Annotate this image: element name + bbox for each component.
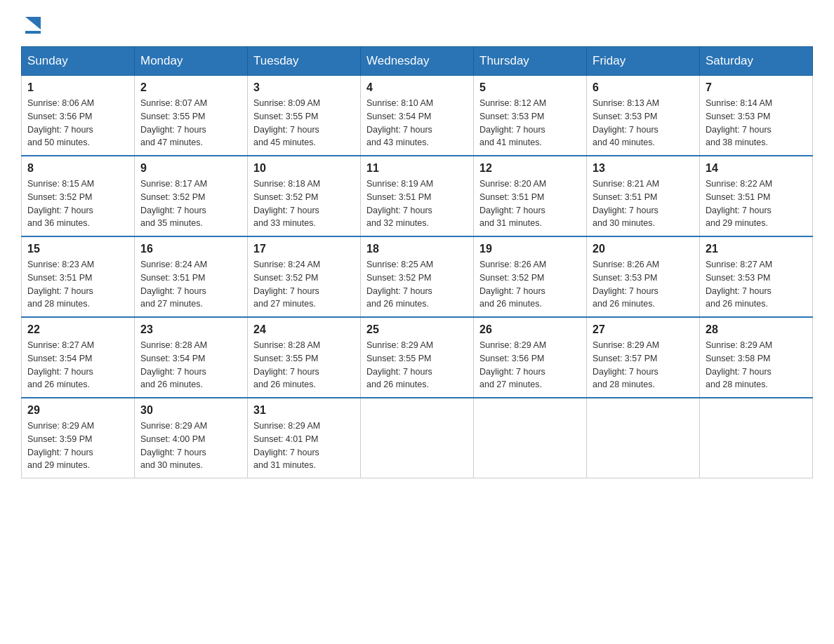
calendar-table: SundayMondayTuesdayWednesdayThursdayFrid…: [21, 46, 813, 478]
day-info: Sunrise: 8:28 AMSunset: 3:54 PMDaylight:…: [140, 339, 241, 391]
day-info: Sunrise: 8:29 AMSunset: 4:00 PMDaylight:…: [140, 420, 241, 472]
calendar-cell: 6Sunrise: 8:13 AMSunset: 3:53 PMDaylight…: [587, 76, 700, 156]
calendar-cell: 16Sunrise: 8:24 AMSunset: 3:51 PMDayligh…: [135, 236, 248, 317]
day-number: 24: [253, 323, 355, 336]
calendar-cell: [474, 398, 587, 478]
column-header-sunday: Sunday: [22, 47, 135, 76]
day-info: Sunrise: 8:07 AMSunset: 3:55 PMDaylight:…: [140, 97, 241, 149]
day-number: 2: [140, 81, 241, 94]
day-number: 31: [253, 404, 355, 417]
calendar-week-row: 22Sunrise: 8:27 AMSunset: 3:54 PMDayligh…: [22, 317, 813, 398]
calendar-cell: 23Sunrise: 8:28 AMSunset: 3:54 PMDayligh…: [135, 317, 248, 398]
day-number: 6: [593, 81, 694, 94]
day-info: Sunrise: 8:24 AMSunset: 3:52 PMDaylight:…: [253, 258, 355, 311]
calendar-week-row: 15Sunrise: 8:23 AMSunset: 3:51 PMDayligh…: [22, 236, 813, 317]
calendar-cell: 17Sunrise: 8:24 AMSunset: 3:52 PMDayligh…: [248, 236, 361, 317]
day-info: Sunrise: 8:06 AMSunset: 3:56 PMDaylight:…: [27, 97, 128, 149]
calendar-cell: 26Sunrise: 8:29 AMSunset: 3:56 PMDayligh…: [474, 317, 587, 398]
calendar-cell: 7Sunrise: 8:14 AMSunset: 3:53 PMDaylight…: [700, 76, 813, 156]
day-number: 5: [479, 81, 581, 94]
day-info: Sunrise: 8:21 AMSunset: 3:51 PMDaylight:…: [593, 177, 694, 230]
calendar-cell: 11Sunrise: 8:19 AMSunset: 3:51 PMDayligh…: [361, 156, 474, 236]
day-number: 21: [706, 243, 807, 255]
day-info: Sunrise: 8:13 AMSunset: 3:53 PMDaylight:…: [593, 97, 694, 149]
calendar-cell: 24Sunrise: 8:28 AMSunset: 3:55 PMDayligh…: [248, 317, 361, 398]
calendar-cell: [700, 398, 813, 478]
day-info: Sunrise: 8:27 AMSunset: 3:54 PMDaylight:…: [27, 339, 128, 391]
calendar-cell: 18Sunrise: 8:25 AMSunset: 3:52 PMDayligh…: [361, 236, 474, 317]
calendar-header-row: SundayMondayTuesdayWednesdayThursdayFrid…: [22, 47, 813, 76]
day-number: 20: [593, 243, 694, 255]
calendar-cell: 30Sunrise: 8:29 AMSunset: 4:00 PMDayligh…: [135, 398, 248, 478]
day-number: 12: [479, 162, 581, 175]
day-number: 14: [706, 162, 807, 175]
day-number: 1: [27, 81, 128, 94]
day-number: 25: [366, 323, 468, 336]
day-info: Sunrise: 8:12 AMSunset: 3:53 PMDaylight:…: [479, 97, 581, 149]
calendar-cell: 14Sunrise: 8:22 AMSunset: 3:51 PMDayligh…: [700, 156, 813, 236]
day-number: 4: [366, 81, 468, 94]
day-number: 3: [253, 81, 355, 94]
day-number: 28: [706, 323, 807, 336]
calendar-cell: 10Sunrise: 8:18 AMSunset: 3:52 PMDayligh…: [248, 156, 361, 236]
calendar-cell: 25Sunrise: 8:29 AMSunset: 3:55 PMDayligh…: [361, 317, 474, 398]
calendar-cell: 12Sunrise: 8:20 AMSunset: 3:51 PMDayligh…: [474, 156, 587, 236]
calendar-cell: 21Sunrise: 8:27 AMSunset: 3:53 PMDayligh…: [700, 236, 813, 317]
calendar-cell: 3Sunrise: 8:09 AMSunset: 3:55 PMDaylight…: [248, 76, 361, 156]
day-number: 17: [253, 243, 355, 255]
day-info: Sunrise: 8:19 AMSunset: 3:51 PMDaylight:…: [366, 177, 468, 230]
svg-rect-1: [25, 31, 41, 34]
day-info: Sunrise: 8:29 AMSunset: 3:56 PMDaylight:…: [479, 339, 581, 391]
day-number: 11: [366, 162, 468, 175]
calendar-cell: 9Sunrise: 8:17 AMSunset: 3:52 PMDaylight…: [135, 156, 248, 236]
column-header-monday: Monday: [135, 47, 248, 76]
column-header-friday: Friday: [587, 47, 700, 76]
calendar-cell: 1Sunrise: 8:06 AMSunset: 3:56 PMDaylight…: [22, 76, 135, 156]
calendar-cell: 20Sunrise: 8:26 AMSunset: 3:53 PMDayligh…: [587, 236, 700, 317]
day-info: Sunrise: 8:24 AMSunset: 3:51 PMDaylight:…: [140, 258, 241, 311]
day-info: Sunrise: 8:25 AMSunset: 3:52 PMDaylight:…: [366, 258, 468, 311]
day-number: 26: [479, 323, 581, 336]
day-info: Sunrise: 8:26 AMSunset: 3:53 PMDaylight:…: [593, 258, 694, 311]
day-number: 9: [140, 162, 241, 175]
day-info: Sunrise: 8:26 AMSunset: 3:52 PMDaylight:…: [479, 258, 581, 311]
calendar-cell: 29Sunrise: 8:29 AMSunset: 3:59 PMDayligh…: [22, 398, 135, 478]
calendar-week-row: 1Sunrise: 8:06 AMSunset: 3:56 PMDaylight…: [22, 76, 813, 156]
calendar-cell: 4Sunrise: 8:10 AMSunset: 3:54 PMDaylight…: [361, 76, 474, 156]
day-info: Sunrise: 8:27 AMSunset: 3:53 PMDaylight:…: [706, 258, 807, 311]
day-number: 10: [253, 162, 355, 175]
day-number: 27: [593, 323, 694, 336]
calendar-cell: 19Sunrise: 8:26 AMSunset: 3:52 PMDayligh…: [474, 236, 587, 317]
calendar-cell: 22Sunrise: 8:27 AMSunset: 3:54 PMDayligh…: [22, 317, 135, 398]
day-info: Sunrise: 8:29 AMSunset: 4:01 PMDaylight:…: [253, 420, 355, 472]
day-info: Sunrise: 8:15 AMSunset: 3:52 PMDaylight:…: [27, 177, 128, 230]
day-number: 8: [27, 162, 128, 175]
page-header: [21, 14, 813, 32]
calendar-week-row: 29Sunrise: 8:29 AMSunset: 3:59 PMDayligh…: [22, 398, 813, 478]
day-number: 19: [479, 243, 581, 255]
calendar-cell: 15Sunrise: 8:23 AMSunset: 3:51 PMDayligh…: [22, 236, 135, 317]
day-info: Sunrise: 8:10 AMSunset: 3:54 PMDaylight:…: [366, 97, 468, 149]
day-number: 23: [140, 323, 241, 336]
calendar-week-row: 8Sunrise: 8:15 AMSunset: 3:52 PMDaylight…: [22, 156, 813, 236]
day-info: Sunrise: 8:29 AMSunset: 3:58 PMDaylight:…: [706, 339, 807, 391]
column-header-wednesday: Wednesday: [361, 47, 474, 76]
day-number: 13: [593, 162, 694, 175]
calendar-cell: 31Sunrise: 8:29 AMSunset: 4:01 PMDayligh…: [248, 398, 361, 478]
calendar-cell: 5Sunrise: 8:12 AMSunset: 3:53 PMDaylight…: [474, 76, 587, 156]
day-number: 7: [706, 81, 807, 94]
column-header-tuesday: Tuesday: [248, 47, 361, 76]
day-info: Sunrise: 8:22 AMSunset: 3:51 PMDaylight:…: [706, 177, 807, 230]
day-info: Sunrise: 8:20 AMSunset: 3:51 PMDaylight:…: [479, 177, 581, 230]
logo: [21, 14, 44, 32]
day-number: 16: [140, 243, 241, 255]
day-number: 22: [27, 323, 128, 336]
day-info: Sunrise: 8:29 AMSunset: 3:57 PMDaylight:…: [593, 339, 694, 391]
day-number: 30: [140, 404, 241, 417]
day-number: 29: [27, 404, 128, 417]
calendar-cell: 8Sunrise: 8:15 AMSunset: 3:52 PMDaylight…: [22, 156, 135, 236]
calendar-cell: [587, 398, 700, 478]
calendar-cell: [361, 398, 474, 478]
calendar-cell: 27Sunrise: 8:29 AMSunset: 3:57 PMDayligh…: [587, 317, 700, 398]
day-info: Sunrise: 8:14 AMSunset: 3:53 PMDaylight:…: [706, 97, 807, 149]
